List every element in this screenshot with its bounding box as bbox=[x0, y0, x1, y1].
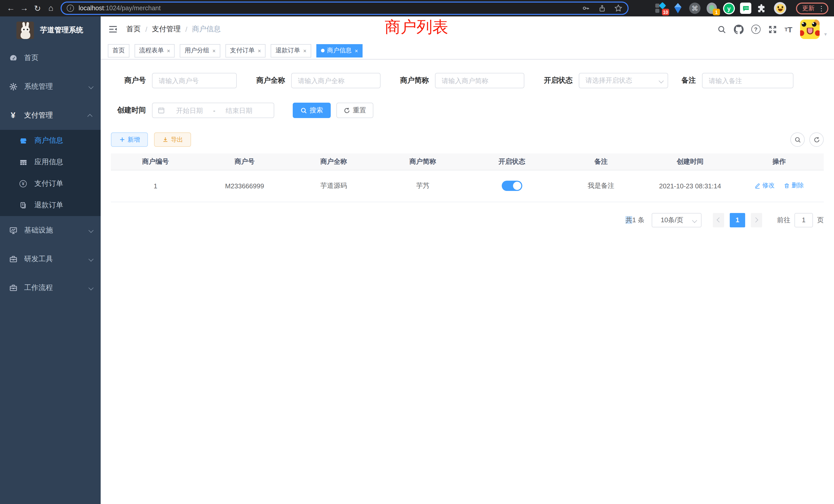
fullscreen-icon[interactable] bbox=[768, 25, 777, 33]
extension-chat-icon[interactable] bbox=[740, 3, 751, 14]
extension-diamond-icon[interactable]: 10 bbox=[655, 3, 666, 14]
avatar-caret-icon[interactable]: ▾ bbox=[824, 31, 827, 39]
start-date-input[interactable] bbox=[167, 107, 212, 114]
show-search-button[interactable] bbox=[790, 132, 805, 147]
user-avatar[interactable] bbox=[800, 20, 820, 39]
sidebar-item-merchant-info[interactable]: 商户信息 bbox=[0, 130, 101, 152]
edit-link[interactable]: 修改 bbox=[755, 181, 775, 190]
next-page-button[interactable] bbox=[751, 213, 762, 227]
dashboard-icon bbox=[9, 54, 18, 62]
tab-process-form[interactable]: 流程表单× bbox=[135, 44, 175, 57]
sidebar-item-label: 基础设施 bbox=[24, 226, 89, 235]
close-icon[interactable]: × bbox=[258, 47, 261, 54]
cell-short-name: 芋艿 bbox=[378, 170, 467, 202]
reset-button[interactable]: 重置 bbox=[336, 102, 373, 118]
filter-merchant-no: 商户号 bbox=[111, 73, 237, 88]
tab-refund-order[interactable]: 退款订单× bbox=[271, 44, 311, 57]
sidebar-item-dev-tools[interactable]: 研发工具 bbox=[0, 245, 101, 274]
breadcrumb-home[interactable]: 首页 bbox=[126, 25, 141, 34]
breadcrumb: 首页 / 支付管理 / 商户信息 bbox=[126, 25, 221, 34]
site-info-icon[interactable]: i bbox=[67, 5, 74, 12]
calendar-icon bbox=[158, 107, 165, 114]
tab-pay-order[interactable]: 支付订单× bbox=[225, 44, 266, 57]
sidebar-item-refund-orders[interactable]: 退款订单 bbox=[0, 194, 101, 216]
breadcrumb-current: 商户信息 bbox=[192, 25, 221, 34]
bookmark-star-icon[interactable] bbox=[614, 4, 622, 12]
sidebar-item-pay-orders[interactable]: ¥ 支付订单 bbox=[0, 173, 101, 194]
browser-update-button[interactable]: 更新 ⋮ bbox=[796, 2, 828, 14]
extension-blob-icon[interactable]: 1 bbox=[706, 3, 718, 14]
end-date-input[interactable] bbox=[217, 107, 262, 114]
refresh-button[interactable] bbox=[809, 132, 824, 147]
status-select[interactable]: 请选择开启状态 bbox=[579, 73, 668, 88]
date-range-picker[interactable]: - bbox=[152, 102, 274, 118]
sidebar-item-label: 系统管理 bbox=[24, 82, 89, 91]
close-icon[interactable]: × bbox=[303, 47, 307, 54]
extensions-puzzle-icon[interactable] bbox=[757, 3, 768, 14]
cell-merchant-no: M233666999 bbox=[200, 170, 289, 202]
close-icon[interactable]: × bbox=[355, 47, 358, 54]
date-separator: - bbox=[212, 107, 217, 114]
sidebar-item-label: 工作流程 bbox=[24, 283, 89, 293]
sidebar-item-infrastructure[interactable]: 基础设施 bbox=[0, 216, 101, 245]
tab-user-group[interactable]: 用户分组× bbox=[180, 44, 220, 57]
goto-page-input[interactable] bbox=[794, 213, 813, 227]
cell-status bbox=[467, 170, 556, 202]
browser-home-icon[interactable]: ⌂ bbox=[44, 2, 58, 15]
sidebar-item-workflow[interactable]: 工作流程 bbox=[0, 274, 101, 302]
sidebar-item-label: 退款订单 bbox=[35, 201, 101, 210]
sidebar-item-label: 研发工具 bbox=[24, 255, 89, 264]
url-path[interactable]: :1024/pay/merchant bbox=[104, 5, 161, 12]
merchant-no-input[interactable] bbox=[152, 73, 237, 88]
app-root: ← → ↻ ⌂ i localhost:1024/pay/merchant 10 bbox=[0, 0, 834, 504]
sidebar-collapse-icon[interactable] bbox=[108, 25, 117, 34]
sidebar-item-app-info[interactable]: 应用信息 bbox=[0, 152, 101, 173]
search-icon[interactable] bbox=[717, 25, 726, 33]
export-button[interactable]: 导出 bbox=[154, 132, 191, 147]
status-toggle[interactable] bbox=[502, 181, 522, 191]
filter-row-1: 商户号 商户全称 商户简称 开启状态 请选择开启状态 备注 bbox=[111, 73, 824, 88]
sidebar-item-system[interactable]: 系统管理 bbox=[0, 72, 101, 101]
prev-page-button[interactable] bbox=[713, 213, 724, 227]
address-bar[interactable]: i localhost:1024/pay/merchant bbox=[61, 2, 629, 15]
close-icon[interactable]: × bbox=[212, 47, 216, 54]
github-icon[interactable] bbox=[733, 24, 743, 34]
column-header: 商户编号 bbox=[111, 154, 200, 170]
full-name-input[interactable] bbox=[291, 73, 380, 88]
search-button[interactable]: 搜索 bbox=[293, 102, 331, 118]
browser-profile-avatar[interactable] bbox=[774, 2, 786, 14]
delete-link[interactable]: 删除 bbox=[784, 181, 804, 190]
font-size-icon[interactable]: TT bbox=[785, 25, 792, 33]
browser-reload-icon[interactable]: ↻ bbox=[31, 2, 44, 15]
sidebar-item-home[interactable]: 首页 bbox=[0, 44, 101, 72]
extension-gem-icon[interactable] bbox=[672, 3, 683, 14]
remark-input[interactable] bbox=[702, 73, 793, 88]
chevron-down-icon bbox=[659, 78, 664, 84]
extension-yuque-icon[interactable]: y bbox=[723, 3, 734, 14]
table-header-row: 商户编号 商户号 商户全称 商户简称 开启状态 备注 创建时间 操作 bbox=[111, 154, 824, 170]
merchant-table: 商户编号 商户号 商户全称 商户简称 开启状态 备注 创建时间 操作 1 M23… bbox=[111, 154, 824, 202]
sidebar-logo[interactable]: 芋道管理系统 bbox=[0, 17, 101, 44]
short-name-input[interactable] bbox=[435, 73, 524, 88]
field-label: 商户简称 bbox=[394, 76, 429, 85]
share-icon[interactable] bbox=[598, 4, 606, 12]
navbar-actions: ? TT ▾ bbox=[717, 20, 834, 39]
close-icon[interactable]: × bbox=[167, 47, 170, 54]
filter-remark: 备注 bbox=[681, 73, 793, 88]
browser-forward-icon[interactable]: → bbox=[18, 2, 31, 15]
help-icon[interactable]: ? bbox=[751, 25, 760, 34]
tab-home[interactable]: 首页 bbox=[108, 44, 129, 57]
sidebar-item-payment[interactable]: ¥ 支付管理 bbox=[0, 101, 101, 130]
filter-short-name: 商户简称 bbox=[394, 73, 524, 88]
browser-menu-kebab-icon[interactable]: ⋮ bbox=[818, 4, 825, 12]
page-number-button[interactable]: 1 bbox=[730, 213, 745, 227]
column-header: 开启状态 bbox=[467, 154, 556, 170]
tab-merchant-info[interactable]: 商户信息× bbox=[316, 44, 363, 57]
add-button[interactable]: 新增 bbox=[111, 132, 148, 147]
browser-back-icon[interactable]: ← bbox=[4, 2, 18, 15]
extension-command-icon[interactable]: ⌘ bbox=[689, 3, 701, 14]
cell-full-name: 芋道源码 bbox=[289, 170, 378, 202]
page-size-select[interactable]: 10条/页 bbox=[652, 213, 702, 227]
password-key-icon[interactable] bbox=[582, 4, 590, 12]
url-host[interactable]: localhost bbox=[79, 5, 104, 12]
